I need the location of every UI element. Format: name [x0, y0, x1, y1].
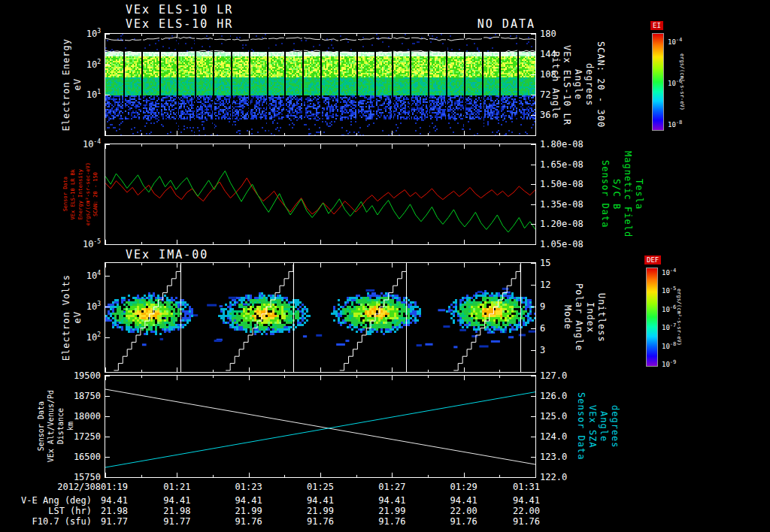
y-axis-tick-label: 126.0: [540, 391, 567, 401]
row-label-lst: LST (hr): [6, 506, 92, 516]
axis-label-line: Angle: [599, 411, 609, 442]
ephemeris-value: 22.00: [510, 506, 543, 516]
axis-label-line: Sensor Data: [576, 392, 587, 460]
y-axis-tick-label: 18000: [66, 411, 101, 422]
axis-label-line: Energy Intensity: [77, 169, 84, 219]
axis-label-line: Electron Volts: [61, 274, 71, 361]
y-axis-tick-label: 123.0: [540, 452, 567, 462]
panel4-line-plot: [105, 375, 536, 478]
y-axis-tick-label: 108: [540, 69, 556, 80]
axis-label-line: Tesla: [634, 179, 644, 210]
time-tick-label: 01:23: [232, 482, 265, 492]
def-colorbar-tick: 10-4: [662, 268, 676, 278]
y-axis-tick-label: 10-5: [66, 239, 101, 249]
axis-label-line: VEx ELS-10 LR: [562, 45, 572, 125]
panel1-title-lr: VEx ELS-10 LR: [126, 3, 233, 17]
y-axis-tick-label: 1.65e-08: [540, 159, 584, 170]
y-axis-tick-label: 19500: [66, 370, 101, 381]
panel1-right-axis-label: Pitch AngleVEx ELS-10 LRAngledegreesSCAN…: [550, 29, 606, 141]
y-axis-tick-label: 127.0: [540, 370, 567, 381]
axis-label-line: Polar Angle: [574, 283, 584, 351]
ephemeris-value: 94.41: [510, 495, 543, 506]
ei-colorbar-tick: 10-6: [668, 78, 682, 89]
altitude-sza-canvas: [105, 376, 535, 477]
axis-label-line: km: [66, 422, 75, 431]
y-axis-tick-label: 36: [540, 110, 550, 120]
ephemeris-value: 91.77: [160, 516, 193, 527]
axis-label-line: Sensor Data: [62, 177, 69, 211]
ephemeris-value: 91.76: [304, 516, 337, 527]
panel3-spectrogram-plot: [105, 262, 536, 373]
axis-label-line: eV: [72, 311, 83, 323]
axis-label-line: degrees: [610, 405, 620, 449]
axis-label-line: Electron Energy: [61, 38, 71, 131]
y-axis-tick-label: 102: [66, 59, 101, 70]
time-tick-label: 01:31: [510, 482, 543, 492]
def-colorbar-tick: 10-8: [662, 341, 676, 352]
panel3-title: VEx IMA-00: [126, 248, 208, 261]
y-axis-tick-label: 122.0: [540, 472, 567, 482]
axis-label-line: Mode: [562, 305, 573, 330]
ephemeris-value: 91.76: [510, 516, 543, 527]
ephemeris-value: 21.99: [304, 506, 337, 516]
row-label-ve-angle: V-E Ang (deg): [6, 495, 92, 506]
panel1-title-hr: VEx ELS-10 HR: [126, 17, 233, 31]
panel2-line-plot: [105, 144, 536, 245]
y-axis-tick-label: 16500: [66, 452, 101, 462]
ephemeris-value: 91.76: [232, 516, 265, 527]
ephemeris-value: 94.41: [98, 495, 131, 506]
axis-label-line: Distance: [56, 408, 65, 444]
y-axis-tick-label: 103: [66, 301, 101, 312]
y-axis-tick-label: 144: [540, 49, 556, 59]
axis-label-line: Pitch Angle: [550, 51, 561, 119]
time-tick-label: 01:29: [447, 482, 480, 492]
time-tick-label: 01:25: [304, 482, 337, 492]
panel3-right-axis-label: ModePolar AngleIndexUnitless: [562, 263, 607, 372]
colorbar-def-tag: DEF: [644, 255, 661, 264]
y-axis-tick-label: 1.50e-08: [540, 179, 584, 189]
def-colorbar-tick: 10-6: [662, 304, 676, 315]
def-colorbar-tick: 10-9: [662, 359, 676, 370]
axis-label-line: Sensor Data: [37, 401, 46, 451]
def-colorbar-tick: 10-7: [662, 322, 676, 333]
axis-label-line: VEx Alt/Venus/Pd: [47, 390, 56, 462]
axis-label-line: VEx ELS-10 LR Bk: [70, 169, 77, 219]
ima00-spectrogram-canvas: [105, 263, 535, 372]
axis-label-line: SCAN: 20 - 300: [596, 41, 606, 128]
time-tick-label: 01:19: [98, 482, 131, 492]
y-axis-tick-label: 104: [66, 271, 101, 281]
y-axis-tick-label: 9: [540, 301, 545, 312]
panel1-spectrogram-plot: [105, 33, 536, 136]
axis-label-line: degrees: [584, 63, 595, 107]
axis-label-line: SCAN: 20 - 150: [92, 172, 99, 216]
colorbar-def-unit: ergs/(cm²-s-sr-eV): [676, 268, 682, 367]
y-axis-tick-label: 125.0: [540, 411, 567, 422]
ephemeris-value: 91.76: [375, 516, 408, 527]
y-axis-tick-label: 102: [66, 332, 101, 343]
y-axis-tick-label: 101: [66, 89, 101, 100]
y-axis-tick-label: 1.35e-08: [540, 199, 584, 210]
y-axis-tick-label: 1.20e-08: [540, 219, 584, 229]
axis-label-line: Sensor Data: [600, 160, 611, 228]
ephemeris-value: 94.41: [304, 495, 337, 506]
no-data-status: NO DATA: [477, 17, 535, 31]
y-axis-tick-label: 1.80e-08: [540, 139, 584, 150]
axis-label-line: Unitless: [596, 293, 607, 343]
y-axis-tick-label: 18750: [66, 391, 101, 401]
axis-label-line: S/C B: [611, 179, 622, 210]
ephemeris-value: 94.41: [232, 495, 265, 506]
row-label-f107: F10.7 (sfu): [6, 516, 92, 527]
panel1-left-axis-label: Electron EnergyeV: [56, 34, 87, 135]
y-axis-tick-label: 124.0: [540, 431, 567, 442]
y-axis-tick-label: 15750: [66, 472, 101, 482]
els10-spectrogram-canvas: [105, 34, 535, 135]
y-axis-tick-label: 3: [540, 345, 545, 355]
y-axis-tick-label: 12: [540, 280, 550, 290]
ephemeris-value: 94.41: [160, 495, 193, 506]
def-colorbar-tick: 10-5: [662, 286, 676, 296]
colorbar-ei-gradient: [652, 33, 664, 131]
y-axis-tick-label: 6: [540, 323, 545, 334]
ephemeris-value: 94.41: [447, 495, 480, 506]
ephemeris-value: 94.41: [375, 495, 408, 506]
y-axis-tick-label: 15: [540, 258, 550, 268]
